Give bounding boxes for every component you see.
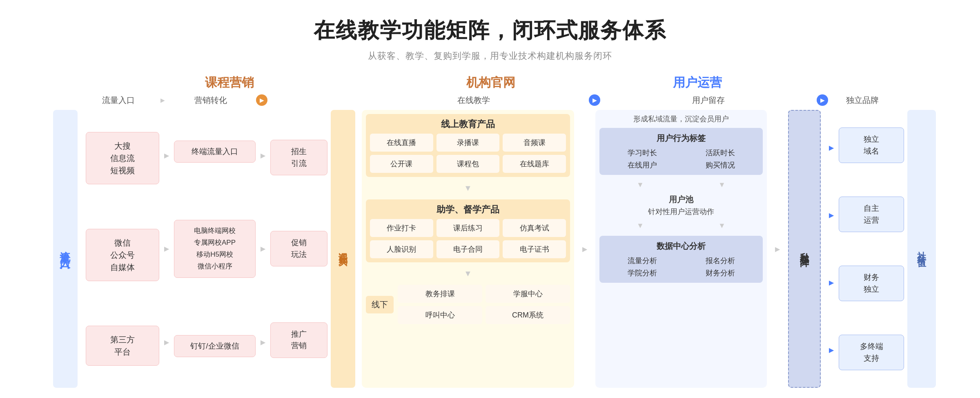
arrow-m2: ▶ [256,220,270,277]
ot-offline-cell-1: 教务排课 [398,285,482,303]
user-ops-item-1: 独立 域名 [839,127,904,163]
tag-1: 学习时长 [604,148,680,158]
course-buy-label: 课程购买 [331,110,355,388]
header: 在线教学功能矩阵，闭环式服务体系 从获客、教学、复购到学服，用专业技术构建机构服… [24,16,956,62]
social-value-label: 社会价值 [907,110,936,388]
online-teaching-block: 线上教育产品 在线直播 录播课 音频课 公开课 课程包 在线题库 ▼ 助学、督学… [362,110,574,388]
tag-2: 活跃时长 [682,148,758,158]
down-arrows-row: ▼▼ [599,179,763,191]
blue-arrow-icon: ▶ [589,94,600,106]
section-label-marketing: 课程营销 [205,76,254,89]
ot-offline-cell-3: 呼叫中心 [398,306,482,324]
tag-4: 购买情况 [682,160,758,170]
ot-cell-2: 录播课 [437,134,500,152]
marketing-item-3: 钉钉/企业微信 [174,335,256,358]
section-label-official: 机构官网 [466,76,515,89]
private-domain-label: 私域矩阵 [788,110,821,388]
arrow-ur-pd: ▶ [770,110,785,388]
ot-cell-5: 课程包 [437,155,500,173]
down-arrow-1: ▼ [366,182,570,195]
behavior-tags-block: 用户行为标签 学习时长 活跃时长 在线用户 购买情况 [599,128,763,175]
user-ops-right-column: 独立 域名 自主 运营 财务 独立 多终端 支持 [839,110,904,388]
ot-cell-8: 课后练习 [437,219,500,237]
arrow-ot-ur: ▶ [577,110,592,388]
page-subtitle: 从获客、教学、复购到学服，用专业技术构建机构服务闭环 [24,50,956,62]
ot-cell-7: 作业打卡 [370,219,433,237]
orange-arrow-icon: ▶ [256,94,267,106]
purchase-item-1: 招生 引流 [270,140,327,175]
arrow-2: ▶ [159,220,174,277]
arrow-m1: ▶ [256,137,270,174]
flow-entry-column: 大搜 信息流 短视频 微信 公众号 自媒体 第三方 平台 [86,110,159,388]
ot-offline-cell-2: 学服中心 [486,285,570,303]
ot-cell-10: 人脸识别 [370,240,433,258]
marketing-item-2: 电脑终端网校专属网校APP移动H5网校微信小程序 [174,220,256,278]
blue-arrow-icon-2: ▶ [817,94,828,106]
ot-section-1-title: 线上教育产品 [370,118,566,130]
user-retention-block: 形成私域流量，沉淀会员用户 用户行为标签 学习时长 活跃时长 在线用户 购买情况… [595,110,767,388]
marketing-column: 终端流量入口 电脑终端网校专属网校APP移动H5网校微信小程序 钉钉/企业微信 [174,110,256,388]
user-pool-sub: 针对性用户运营动作 [603,207,760,217]
flow-entry-item-3: 第三方 平台 [86,326,159,366]
flow-step-3: 在线教学 [457,96,490,105]
ot-cell-3: 音频课 [503,134,566,152]
marketing-item-1: 终端流量入口 [174,141,256,163]
arrows-pd-ops: ▶ ▶ ▶ ▶ [824,110,839,388]
page-title: 在线教学功能矩阵，闭环式服务体系 [24,16,956,45]
data-item-3: 学院分析 [604,268,680,278]
flow-step-5: 独立品牌 [846,96,879,105]
ot-offline-cell-4: CRM系统 [486,306,570,324]
ot-offline-section: 线下 教务排课 学服中心 呼叫中心 CRM系统 [366,285,570,324]
flow-step-4: 用户留存 [692,96,725,105]
purchase-item-3: 推广 营销 [270,322,327,358]
ot-cell-1: 在线直播 [370,134,433,152]
arrow-3: ▶ [159,324,174,360]
flow-entry-item-1: 大搜 信息流 短视频 [86,132,159,184]
arrow-m3: ▶ [256,324,270,360]
ot-section-study-products: 助学、督学产品 作业打卡 课后练习 仿真考试 人脸识别 电子合同 电子证书 [366,199,570,262]
user-ops-item-3: 财务 独立 [839,266,904,301]
data-center-title: 数据中心分析 [604,241,758,252]
ot-cell-12: 电子证书 [503,240,566,258]
arrow-1: ▶ [159,137,174,174]
ot-section-2-title: 助学、督学产品 [370,203,566,216]
ot-cell-11: 电子合同 [437,240,500,258]
left-label-traffic: 流量入口 [53,110,78,388]
section-label-user-ops: 用户运营 [673,76,722,89]
user-ops-item-2: 自主 运营 [839,197,904,232]
page-container: 在线教学功能矩阵，闭环式服务体系 从获客、教学、复购到学服，用专业技术构建机构服… [0,0,980,398]
data-center-block: 数据中心分析 流量分析 报名分析 学院分析 财务分析 [599,236,763,283]
down-arrows-row-2: ▼▼ [599,220,763,232]
user-pool-title: 用户池 [603,194,760,205]
tag-3: 在线用户 [604,160,680,170]
down-arrow-2: ▼ [366,267,570,280]
data-item-1: 流量分析 [604,256,680,266]
flow-step-1: 流量入口 [102,96,135,105]
data-item-2: 报名分析 [682,256,758,266]
ot-cell-9: 仿真考试 [503,219,566,237]
flow-entry-item-2: 微信 公众号 自媒体 [86,229,159,281]
behavior-tags-title: 用户行为标签 [604,133,758,144]
flow-step-2: 营销转化 [194,96,227,105]
ot-cell-4: 公开课 [370,155,433,173]
user-pool-block: 用户池 针对性用户运营动作 [599,191,763,220]
ot-offline-label: 线下 [366,296,394,313]
user-ops-item-4: 多终端 支持 [839,335,904,370]
retention-top-text: 形成私域流量，沉淀会员用户 [599,114,763,124]
ot-cell-6: 在线题库 [503,155,566,173]
purchase-column: 招生 引流 促销 玩法 推广 营销 [270,110,327,388]
ot-section-online-products: 线上教育产品 在线直播 录播课 音频课 公开课 课程包 在线题库 [366,114,570,177]
data-item-4: 财务分析 [682,268,758,278]
purchase-item-2: 促销 玩法 [270,231,327,266]
